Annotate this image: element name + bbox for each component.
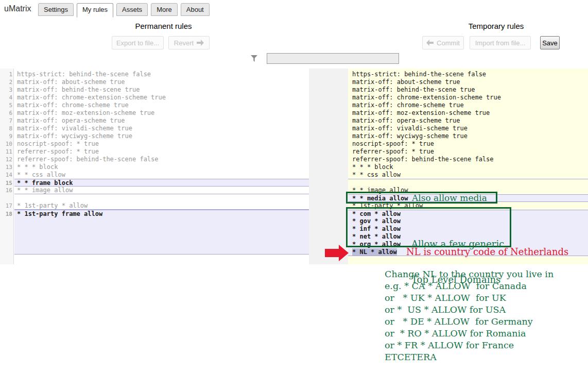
- tab-more[interactable]: More: [151, 3, 178, 16]
- tab-assets[interactable]: Assets: [116, 3, 148, 16]
- rule-line[interactable]: 2matrix-off: about-scheme true: [14, 78, 309, 86]
- line-number: 14: [0, 171, 12, 179]
- rule-line[interactable]: 17* 1st-party * allow: [14, 202, 309, 210]
- rule-text: matrix-off: moz-extension-scheme true: [352, 109, 490, 116]
- rule-line[interactable]: matrix-off: opera-scheme true: [348, 117, 588, 125]
- rule-line[interactable]: 9matrix-off: wyciwyg-scheme true: [14, 132, 309, 140]
- rule-line[interactable]: referrer-spoof: behind-the-scene false: [348, 156, 588, 163]
- save-button[interactable]: Save: [540, 36, 560, 49]
- empty-line: [348, 256, 588, 264]
- rule-line[interactable]: matrix-off: about-scheme true: [348, 78, 588, 86]
- revert-button[interactable]: Revert: [168, 36, 210, 49]
- rule-line[interactable]: matrix-off: behind-the-scene true: [348, 86, 588, 94]
- rule-line[interactable]: * NL * allow: [348, 248, 588, 256]
- rule-line[interactable]: 6matrix-off: moz-extension-scheme true: [14, 109, 309, 117]
- line-number: 16: [0, 187, 12, 194]
- rule-text: matrix-off: opera-scheme true: [352, 117, 460, 124]
- rule-line[interactable]: 4matrix-off: chrome-extension-scheme tru…: [14, 94, 309, 102]
- rule-text: matrix-off: behind-the-scene true: [352, 86, 475, 93]
- rule-line[interactable]: 11referrer-spoof: * true: [14, 148, 309, 156]
- rule-line[interactable]: * * * block: [348, 163, 588, 171]
- rule-line[interactable]: 5matrix-off: chrome-scheme true: [14, 102, 309, 109]
- rule-line[interactable]: * com * allow: [348, 210, 588, 217]
- merge-view-gap: [309, 69, 348, 264]
- line-number: 18: [0, 210, 12, 218]
- rule-text: * inf * allow: [352, 225, 401, 232]
- rule-line[interactable]: * 1st-party * allow: [348, 202, 588, 210]
- temporary-rules-heading: Temporary rules: [404, 22, 588, 30]
- rule-text: matrix-off: chrome-scheme true: [352, 102, 464, 109]
- rule-line[interactable]: https-strict: behind-the-scene false: [348, 71, 588, 78]
- rule-text: * * css allow: [352, 171, 401, 178]
- temporary-rules-editor[interactable]: https-strict: behind-the-scene falsematr…: [348, 69, 588, 264]
- rule-line[interactable]: matrix-off: chrome-scheme true: [348, 102, 588, 109]
- tab-about[interactable]: About: [181, 3, 210, 16]
- rule-line[interactable]: * org * allow: [348, 241, 588, 248]
- commit-button[interactable]: Commit: [422, 36, 464, 49]
- rule-text: https-strict: behind-the-scene false: [17, 71, 151, 78]
- rule-text: * gov * allow: [352, 217, 401, 225]
- rule-line[interactable]: 15* * frame block: [14, 179, 309, 187]
- rule-line[interactable]: matrix-off: wyciwyg-scheme true: [348, 132, 588, 140]
- line-number: 6: [0, 109, 12, 117]
- filter-input[interactable]: [267, 53, 399, 64]
- export-to-file-button[interactable]: Export to file...: [112, 36, 164, 49]
- note-line: or * US * ALLOW for USA: [385, 304, 554, 316]
- rule-text: * 1st-party frame allow: [17, 210, 102, 217]
- rule-line[interactable]: 1https-strict: behind-the-scene false: [14, 71, 309, 78]
- rule-text: matrix-off: chrome-scheme true: [17, 102, 129, 109]
- rule-line[interactable]: * inf * allow: [348, 225, 588, 233]
- rule-line[interactable]: 3matrix-off: behind-the-scene true: [14, 86, 309, 94]
- rule-line[interactable]: matrix-off: moz-extension-scheme true: [348, 109, 588, 117]
- rule-text: matrix-off: vivaldi-scheme true: [352, 125, 468, 132]
- rule-text: * org * allow: [352, 241, 401, 248]
- rule-line[interactable]: * net * allow: [348, 233, 588, 241]
- umatrix-dashboard: uMatrix SettingsMy rulesAssetsMoreAbout …: [0, 0, 588, 372]
- rule-line[interactable]: * * css allow: [348, 171, 588, 179]
- note-line: Change NL to the country you live in: [385, 268, 554, 280]
- rule-text: referrer-spoof: behind-the-scene false: [17, 156, 159, 163]
- line-number: 10: [0, 140, 12, 148]
- line-number: 4: [0, 94, 12, 102]
- line-number: 1: [0, 71, 12, 78]
- rule-text: referrer-spoof: * true: [17, 148, 99, 155]
- line-number: 8: [0, 125, 12, 132]
- rule-line[interactable]: 12referrer-spoof: behind-the-scene false: [14, 156, 309, 163]
- rule-line[interactable]: 18* 1st-party frame allow: [14, 210, 309, 255]
- tab-settings[interactable]: Settings: [38, 3, 74, 16]
- rule-text: * 1st-party * allow: [17, 202, 88, 209]
- line-number: 11: [0, 148, 12, 156]
- rule-line[interactable]: 13* * * block: [14, 163, 309, 171]
- import-from-file-button[interactable]: Import from file...: [470, 36, 531, 49]
- rule-line[interactable]: matrix-off: chrome-extension-scheme true: [348, 94, 588, 102]
- rule-text: * 1st-party * allow: [352, 202, 423, 209]
- permanent-rules-editor-lines[interactable]: 1https-strict: behind-the-scene false2ma…: [14, 69, 309, 264]
- note-line: e.g. * CA * ALLOW for Canada: [385, 280, 554, 292]
- rule-line[interactable]: * * media allow: [348, 194, 588, 202]
- rule-text: matrix-off: chrome-extension-scheme true: [352, 94, 501, 101]
- rule-line[interactable]: * * image allow: [348, 187, 588, 194]
- rule-line[interactable]: 8matrix-off: vivaldi-scheme true: [14, 125, 309, 132]
- rule-text: * * * block: [352, 163, 393, 171]
- rule-line[interactable]: 7matrix-off: opera-scheme true: [14, 117, 309, 125]
- rule-line[interactable]: * gov * allow: [348, 217, 588, 225]
- rule-text: https-strict: behind-the-scene false: [352, 71, 486, 78]
- tab-my-rules[interactable]: My rules: [77, 3, 113, 18]
- temporary-rules-editor-lines[interactable]: https-strict: behind-the-scene falsematr…: [348, 69, 588, 264]
- revert-label: Revert: [174, 39, 194, 47]
- rule-line[interactable]: 14* * css allow: [14, 171, 309, 179]
- line-number: 15: [0, 179, 12, 187]
- rule-line[interactable]: referrer-spoof: * true: [348, 148, 588, 156]
- save-label: Save: [542, 39, 558, 47]
- rule-line[interactable]: matrix-off: vivaldi-scheme true: [348, 125, 588, 132]
- import-from-file-label: Import from file...: [475, 39, 526, 47]
- line-number: 5: [0, 102, 12, 109]
- line-number: 9: [0, 132, 12, 140]
- rule-text: matrix-off: about-scheme true: [17, 78, 125, 86]
- rule-line[interactable]: 10noscript-spoof: * true: [14, 140, 309, 148]
- line-number: 3: [0, 86, 12, 94]
- line-number: 7: [0, 117, 12, 125]
- arrow-right-icon: [197, 39, 204, 46]
- rule-line[interactable]: noscript-spoof: * true: [348, 140, 588, 148]
- rule-line[interactable]: 16* * image allow: [14, 187, 309, 194]
